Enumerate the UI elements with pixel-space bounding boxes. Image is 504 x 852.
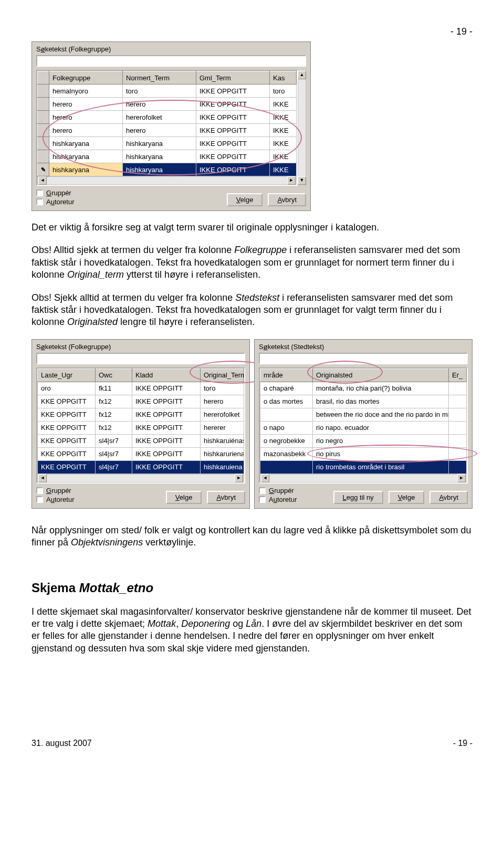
table-row[interactable]: between the rio doce and the rio pardo i… — [260, 408, 467, 421]
body-paragraph: Når opplysninger om sted/ folk er valgt … — [32, 524, 472, 549]
table-row[interactable]: KKE OPPGITTfx12IKKE OPPGITThererofolket — [38, 408, 244, 421]
legg-til-ny-button[interactable]: Legg til ny — [333, 491, 383, 504]
grupper-checkbox[interactable]: Gruppér — [36, 487, 74, 495]
table-header: mrådeOriginalstedEr_ — [260, 369, 467, 382]
avbryt-button[interactable]: Avbryt — [268, 193, 306, 206]
section-heading: Skjema Mottak_etno — [32, 581, 472, 595]
table-row[interactable]: hishkaryanahishkaryanaIKKE OPPGITTIKKE — [38, 150, 297, 163]
grupper-checkbox[interactable]: Gruppér — [36, 189, 74, 197]
table-row[interactable]: hererohereroIKKE OPPGITTIKKE — [38, 98, 297, 111]
table-row[interactable]: KKE OPPGITTfx12IKKE OPPGITTherero — [38, 395, 244, 408]
table-row[interactable]: hererohereroIKKE OPPGITTIKKE — [38, 124, 297, 137]
footer-page-number: - 19 - — [453, 739, 472, 748]
autoretur-checkbox[interactable]: Autoretur — [36, 496, 74, 503]
search-input[interactable] — [36, 353, 245, 364]
stedtekst-panel: Søketekst (Stedtekst) mrådeOriginalstedE… — [254, 339, 472, 509]
scroll-right-icon[interactable]: ► — [235, 474, 243, 482]
table-header: Laste_UgrOwcKladdOriginal_Term — [38, 369, 244, 382]
table-row-selected[interactable]: KKE OPPGITTsl4|sr7IKKE OPPGITThishkaruie… — [38, 460, 244, 474]
scroll-left-icon[interactable]: ◄ — [38, 176, 47, 185]
body-paragraph: I dette skjemaet skal magasinforvalter/ … — [32, 606, 472, 655]
vertical-scrollbar[interactable]: ▲ ▼ — [298, 70, 306, 186]
results-table[interactable]: Folkegruppe Normert_Term Gml_Term Kas he… — [37, 71, 297, 176]
folkegruppe-panel: Søketekst (Folkegruppe) Folkegruppe Norm… — [32, 41, 311, 211]
table-row[interactable]: hishkaryanahishkaryanaIKKE OPPGITTIKKE — [38, 137, 297, 150]
search-label: Søketekst (Folkegruppe) — [36, 343, 245, 351]
results-table[interactable]: Laste_UgrOwcKladdOriginal_Term orofk11IK… — [37, 369, 244, 474]
table-row[interactable]: o chaparémontaña, rio chia pari(?) boliv… — [260, 382, 467, 395]
footer-date: 31. august 2007 — [32, 739, 92, 748]
scroll-left-icon[interactable]: ◄ — [261, 474, 269, 482]
table-header: Folkegruppe Normert_Term Gml_Term Kas — [38, 71, 297, 85]
avbryt-button[interactable]: Avbryt — [207, 491, 245, 504]
table-row[interactable]: hererohererofolketIKKE OPPGITTIKKE — [38, 111, 297, 124]
velge-button[interactable]: Velge — [227, 193, 263, 206]
table-row[interactable]: KKE OPPGITTsl4|sr7IKKE OPPGITThishkaruié… — [38, 434, 244, 447]
folkegruppe-panel-2: Søketekst (Folkegruppe) Laste_UgrOwcKlad… — [32, 339, 250, 509]
table-row[interactable]: o das mortesbrasil, rio das mortes — [260, 395, 467, 408]
table-row[interactable]: KKE OPPGITTfx12IKKE OPPGITThererer — [38, 421, 244, 434]
search-label: Søketekst (Folkegruppe) — [36, 45, 306, 53]
results-table[interactable]: mrådeOriginalstedEr_ o chaparémontaña, r… — [260, 369, 467, 474]
autoretur-checkbox[interactable]: Autoretur — [259, 496, 297, 503]
body-paragraph: Obs! Alltid sjekk at termen du velger fr… — [32, 244, 472, 281]
table-row-selected[interactable]: ✎hishkaryanahishkaryanaIKKE OPPGITTIKKE — [38, 163, 297, 176]
scroll-down-icon[interactable]: ▼ — [298, 176, 306, 185]
table-row[interactable]: orofk11IKKE OPPGITTtoro — [38, 382, 244, 395]
scroll-left-icon[interactable]: ◄ — [38, 474, 47, 482]
table-row-selected[interactable]: rio trombetas området i brasil — [260, 460, 467, 474]
search-label: Søketekst (Stedtekst) — [259, 343, 468, 351]
search-input[interactable] — [259, 353, 468, 364]
table-row[interactable]: o negrobekkerio negro — [260, 434, 467, 447]
table-row[interactable]: hemalnyorotoroIKKE OPPGITTtoro — [38, 85, 297, 98]
table-row[interactable]: KKE OPPGITTsl4|sr7IKKE OPPGITThishkaruri… — [38, 447, 244, 460]
velge-button[interactable]: Velge — [388, 491, 425, 504]
page-footer: 31. august 2007 - 19 - — [32, 739, 472, 748]
horizontal-scrollbar[interactable]: ◄ ► — [37, 474, 244, 482]
table-row[interactable]: o naporio napo. ecuador — [260, 421, 467, 434]
velge-button[interactable]: Velge — [166, 491, 202, 504]
autoretur-checkbox[interactable]: Autoretur — [36, 198, 74, 206]
scroll-up-icon[interactable]: ▲ — [298, 71, 306, 79]
scroll-right-icon[interactable]: ► — [457, 474, 466, 482]
avbryt-button[interactable]: Avbryt — [429, 491, 468, 504]
table-row[interactable]: mazonasbekkrio pirus — [260, 447, 467, 460]
grupper-checkbox[interactable]: Gruppér — [259, 487, 297, 495]
edit-marker-icon: ✎ — [38, 163, 49, 176]
horizontal-scrollbar[interactable]: ◄ ► — [37, 176, 297, 185]
horizontal-scrollbar[interactable]: ◄ ► — [260, 474, 467, 482]
scroll-right-icon[interactable]: ► — [287, 176, 296, 185]
body-paragraph: Obs! Sjekk alltid at termen du velger fr… — [32, 292, 472, 329]
page-number-top: - 19 - — [32, 26, 472, 37]
body-paragraph: Det er viktig å forsikre seg at valgt te… — [32, 222, 472, 234]
search-input[interactable] — [36, 55, 306, 67]
